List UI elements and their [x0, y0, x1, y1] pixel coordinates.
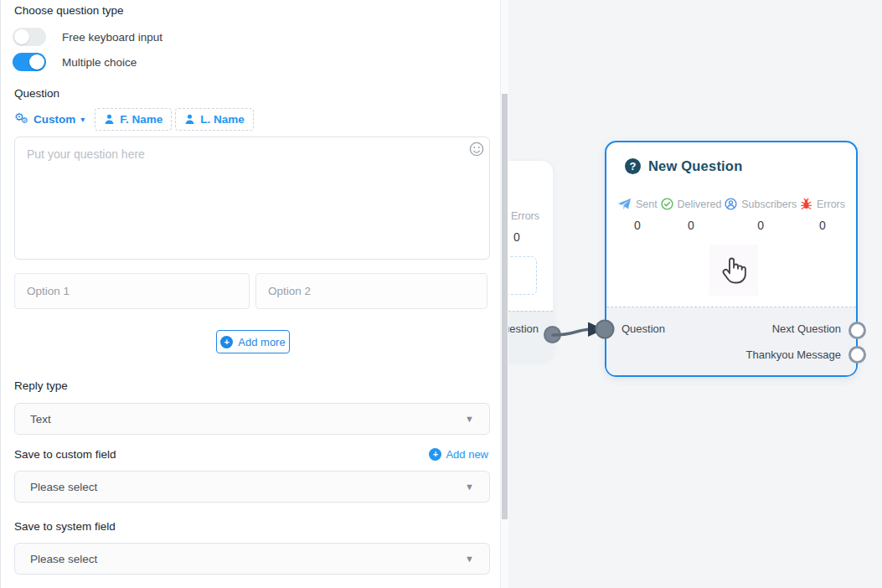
- chip-label: L. Name: [200, 113, 245, 126]
- plus-icon: +: [429, 448, 441, 461]
- custom-dropdown-button[interactable]: ⚙⚙ Custom ▾: [14, 113, 85, 126]
- gears-icon: ⚙⚙: [14, 113, 29, 126]
- stat-subscribers: Subscribers 0: [725, 198, 797, 232]
- chevron-down-icon: ▼: [465, 414, 474, 424]
- person-icon: [184, 114, 195, 125]
- chevron-down-icon: ▼: [465, 482, 474, 492]
- subscribers-icon: [725, 198, 737, 210]
- panel-scrollbar[interactable]: [501, 0, 508, 588]
- output-port-label: Thankyou Message: [746, 348, 841, 361]
- node-footer: Question Next Question Thankyou Message: [606, 307, 856, 375]
- free-keyboard-toggle-row: Free keyboard input: [13, 28, 162, 46]
- stat-label: Subscribers: [741, 199, 797, 210]
- cursor-overlay: [709, 245, 758, 296]
- question-settings-panel: Choose question type Free keyboard input…: [0, 0, 501, 588]
- stat-label: Delivered: [678, 199, 722, 210]
- errors-icon: [800, 198, 812, 210]
- new-question-node[interactable]: ? New Question Sent 0: [605, 141, 858, 377]
- toggle-knob: [29, 54, 44, 70]
- node-header: ? New Question: [625, 158, 742, 174]
- node-title: New Question: [648, 158, 742, 174]
- stat-label: Errors: [817, 199, 845, 210]
- reply-type-label: Reply type: [14, 379, 68, 392]
- system-field-value: Please select: [30, 553, 97, 565]
- stat-value: 0: [725, 219, 797, 232]
- save-custom-field-label: Save to custom field: [14, 448, 116, 461]
- stat-label: Sent: [636, 199, 658, 210]
- stat-sent: Sent 0: [617, 198, 658, 232]
- stat-value: 0: [661, 219, 722, 232]
- emoji-icon[interactable]: [468, 141, 485, 157]
- sent-icon: [617, 198, 632, 210]
- plus-icon: +: [220, 336, 233, 348]
- system-field-select[interactable]: Please select ▼: [14, 543, 490, 575]
- stat-value: 0: [617, 219, 658, 232]
- node-stats: Sent 0 Delivered 0: [617, 198, 845, 232]
- reply-type-value: Text: [30, 413, 51, 426]
- next-question-port[interactable]: [848, 322, 866, 339]
- thankyou-message-port[interactable]: [848, 346, 866, 364]
- flow-builder-screen: Errors 0 Next Question ? New Question: [0, 0, 882, 588]
- choose-question-type-label: Choose question type: [14, 4, 124, 17]
- stat-label: Errors: [511, 210, 539, 222]
- stat-value: 0: [800, 219, 845, 232]
- free-keyboard-label: Free keyboard input: [62, 31, 162, 44]
- custom-button-label: Custom: [34, 113, 75, 126]
- question-label: Question: [14, 87, 59, 100]
- multiple-choice-toggle[interactable]: [13, 53, 46, 71]
- output-port-label: Next Question: [772, 322, 841, 335]
- custom-field-value: Please select: [30, 481, 97, 493]
- option-1-input[interactable]: [14, 273, 250, 309]
- hand-pointer-icon: [719, 254, 749, 287]
- add-new-link[interactable]: + Add new: [429, 448, 488, 461]
- fname-chip[interactable]: F. Name: [95, 108, 172, 131]
- question-textarea[interactable]: [14, 137, 490, 260]
- merge-tag-row: ⚙⚙ Custom ▾ F. Name L. Name: [14, 107, 257, 132]
- free-keyboard-toggle[interactable]: [13, 28, 46, 46]
- add-new-label: Add new: [446, 448, 488, 461]
- toggle-knob: [14, 29, 29, 44]
- lname-chip[interactable]: L. Name: [175, 108, 254, 131]
- multiple-choice-toggle-row: Multiple choice: [13, 53, 137, 71]
- person-icon: [104, 114, 115, 125]
- option-2-input[interactable]: [255, 273, 487, 309]
- question-mark-icon: ?: [625, 158, 641, 174]
- chevron-down-icon: ▾: [80, 115, 85, 124]
- chevron-down-icon: ▼: [465, 554, 474, 564]
- reply-type-select[interactable]: Text ▼: [14, 403, 490, 435]
- stat-errors: Errors 0: [800, 198, 845, 232]
- add-more-button[interactable]: + Add more: [216, 330, 290, 353]
- input-port-label: Question: [622, 322, 665, 335]
- custom-field-select[interactable]: Please select ▼: [14, 471, 490, 503]
- multiple-choice-label: Multiple choice: [62, 56, 137, 69]
- delivered-icon: [661, 198, 673, 210]
- output-port[interactable]: [544, 326, 561, 343]
- scrollbar-thumb[interactable]: [502, 94, 508, 519]
- stat-delivered: Delivered 0: [661, 198, 722, 232]
- add-more-label: Add more: [238, 336, 285, 348]
- chip-label: F. Name: [120, 113, 162, 126]
- save-system-field-label: Save to system field: [14, 520, 116, 533]
